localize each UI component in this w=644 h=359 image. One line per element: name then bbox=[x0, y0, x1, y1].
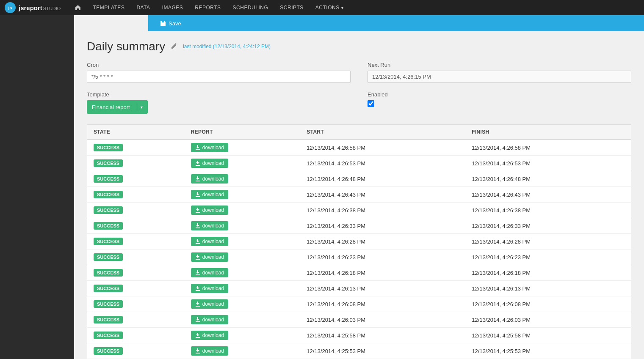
cell-finish: 12/13/2014, 4:26:53 PM bbox=[465, 156, 631, 171]
template-dropdown-button[interactable]: Financial report ▾ bbox=[87, 100, 148, 114]
enabled-checkbox-area bbox=[368, 100, 631, 107]
download-icon bbox=[195, 286, 200, 291]
cell-finish: 12/13/2014, 4:26:13 PM bbox=[465, 281, 631, 296]
cell-state: success bbox=[87, 140, 185, 156]
table-row: successdownload12/13/2014, 4:26:58 PM12/… bbox=[87, 140, 631, 156]
cell-finish: 12/13/2014, 4:26:18 PM bbox=[465, 265, 631, 281]
download-button[interactable]: download bbox=[191, 284, 228, 293]
cell-start: 12/13/2014, 4:26:08 PM bbox=[300, 296, 465, 312]
logo-area[interactable]: js jsreportSTUDIO bbox=[4, 2, 61, 14]
dropdown-arrow-icon: ▾ bbox=[341, 5, 344, 10]
download-button[interactable]: download bbox=[191, 315, 228, 324]
download-button[interactable]: download bbox=[191, 237, 228, 246]
nav-data[interactable]: DATA bbox=[130, 0, 156, 15]
download-button[interactable]: download bbox=[191, 268, 228, 277]
logo-icon: js bbox=[4, 2, 16, 14]
cell-state: success bbox=[87, 343, 185, 359]
pencil-icon bbox=[171, 43, 177, 49]
cell-finish: 12/13/2014, 4:26:33 PM bbox=[465, 218, 631, 234]
template-dropdown-arrow-icon: ▾ bbox=[137, 105, 143, 110]
state-badge: success bbox=[94, 159, 123, 167]
download-label: download bbox=[202, 238, 224, 244]
download-icon bbox=[195, 348, 200, 354]
cron-input[interactable] bbox=[87, 71, 351, 83]
nav-reports[interactable]: REPORTS bbox=[189, 0, 227, 15]
table-row: successdownload12/13/2014, 4:26:23 PM12/… bbox=[87, 249, 631, 265]
nav-actions[interactable]: ACTIONS ▾ bbox=[310, 0, 349, 15]
download-label: download bbox=[202, 254, 224, 260]
state-badge: success bbox=[94, 191, 123, 198]
download-button[interactable]: download bbox=[191, 346, 228, 356]
state-badge: success bbox=[94, 222, 123, 230]
cell-report: download bbox=[185, 234, 301, 249]
report-table: STATE REPORT START FINISH successdownloa… bbox=[87, 124, 631, 359]
next-run-input[interactable] bbox=[368, 71, 631, 83]
save-button[interactable]: Save bbox=[157, 19, 185, 28]
cell-finish: 12/13/2014, 4:26:38 PM bbox=[465, 203, 631, 218]
download-label: download bbox=[202, 301, 224, 307]
state-badge: success bbox=[94, 175, 123, 183]
enabled-label: Enabled bbox=[368, 91, 631, 98]
download-button[interactable]: download bbox=[191, 190, 228, 199]
main-content: Daily summary last modified (12/13/2014,… bbox=[74, 31, 644, 359]
table-row: successdownload12/13/2014, 4:25:58 PM12/… bbox=[87, 328, 631, 343]
app-name: jsreportSTUDIO bbox=[19, 4, 61, 11]
download-icon bbox=[195, 192, 200, 197]
download-button[interactable]: download bbox=[191, 252, 228, 262]
state-badge: success bbox=[94, 300, 123, 308]
layout: Save Daily summary last modified (12/13/… bbox=[0, 15, 644, 359]
table-row: successdownload12/13/2014, 4:26:43 PM12/… bbox=[87, 187, 631, 203]
cell-finish: 12/13/2014, 4:26:03 PM bbox=[465, 312, 631, 328]
cell-state: success bbox=[87, 218, 185, 234]
nav-home-button[interactable] bbox=[69, 0, 87, 15]
download-icon bbox=[195, 317, 200, 322]
nav-images[interactable]: IMAGES bbox=[156, 0, 189, 15]
download-button[interactable]: download bbox=[191, 174, 228, 184]
download-label: download bbox=[202, 223, 224, 229]
download-icon bbox=[195, 333, 200, 338]
cron-label: Cron bbox=[87, 62, 351, 68]
next-run-group: Next Run bbox=[368, 62, 631, 83]
nav-templates[interactable]: TEMPLATES bbox=[87, 0, 130, 15]
nav-scheduling[interactable]: SCHEDULING bbox=[227, 0, 274, 15]
download-button[interactable]: download bbox=[191, 221, 228, 230]
cell-start: 12/13/2014, 4:26:13 PM bbox=[300, 281, 465, 296]
download-label: download bbox=[202, 285, 224, 291]
cell-start: 12/13/2014, 4:26:48 PM bbox=[300, 171, 465, 187]
cell-state: success bbox=[87, 187, 185, 203]
cell-state: success bbox=[87, 296, 185, 312]
cell-report: download bbox=[185, 312, 301, 328]
download-label: download bbox=[202, 192, 224, 197]
download-label: download bbox=[202, 145, 224, 151]
next-run-label: Next Run bbox=[368, 62, 631, 68]
enabled-checkbox[interactable] bbox=[368, 100, 374, 107]
download-label: download bbox=[202, 270, 224, 276]
download-icon bbox=[195, 223, 200, 228]
cell-report: download bbox=[185, 203, 301, 218]
cell-state: success bbox=[87, 328, 185, 343]
download-button[interactable]: download bbox=[191, 206, 228, 215]
cell-finish: 12/13/2014, 4:26:48 PM bbox=[465, 171, 631, 187]
download-label: download bbox=[202, 317, 224, 323]
nav-scripts[interactable]: SCRIPTS bbox=[274, 0, 310, 15]
state-badge: success bbox=[94, 238, 123, 245]
cell-report: download bbox=[185, 218, 301, 234]
form-grid: Cron Next Run Template Financial report … bbox=[87, 62, 631, 114]
cell-finish: 12/13/2014, 4:26:43 PM bbox=[465, 187, 631, 203]
table-row: successdownload12/13/2014, 4:26:38 PM12/… bbox=[87, 203, 631, 218]
table-row: successdownload12/13/2014, 4:26:28 PM12/… bbox=[87, 234, 631, 249]
col-state: STATE bbox=[87, 125, 185, 140]
state-badge: success bbox=[94, 332, 123, 339]
download-button[interactable]: download bbox=[191, 299, 228, 309]
table-row: successdownload12/13/2014, 4:26:03 PM12/… bbox=[87, 312, 631, 328]
state-badge: success bbox=[94, 285, 123, 292]
col-finish: FINISH bbox=[465, 125, 631, 140]
enabled-group: Enabled bbox=[368, 91, 631, 114]
cell-start: 12/13/2014, 4:26:18 PM bbox=[300, 265, 465, 281]
download-button[interactable]: download bbox=[191, 143, 228, 152]
download-button[interactable]: download bbox=[191, 331, 228, 340]
cell-start: 12/13/2014, 4:26:28 PM bbox=[300, 234, 465, 249]
download-button[interactable]: download bbox=[191, 159, 228, 168]
edit-title-button[interactable] bbox=[169, 42, 179, 51]
template-value: Financial report bbox=[92, 104, 133, 110]
